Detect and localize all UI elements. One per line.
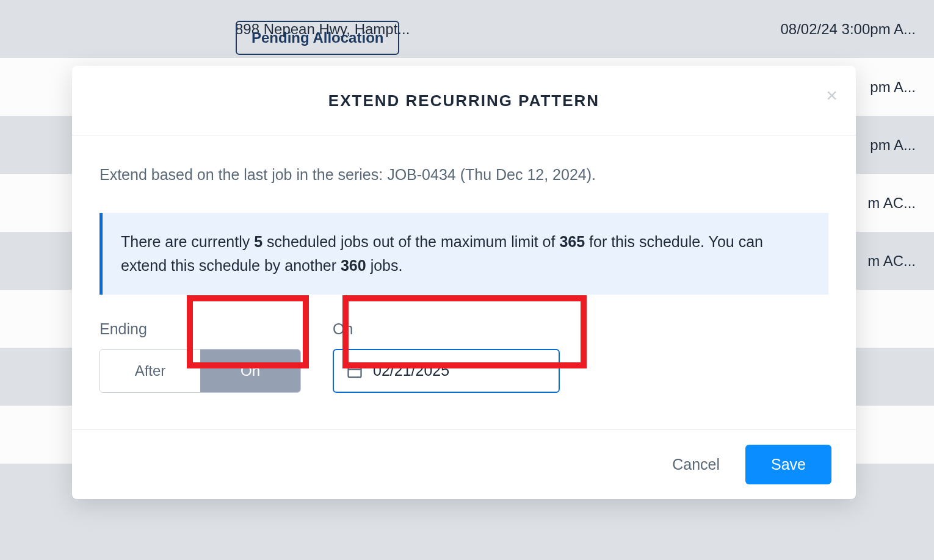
modal-header: EXTEND RECURRING PATTERN ×	[72, 66, 856, 135]
cancel-button[interactable]: Cancel	[672, 456, 720, 473]
on-label: On	[333, 320, 560, 338]
info-count: 5	[254, 233, 262, 250]
info-box: There are currently 5 scheduled jobs out…	[100, 213, 828, 295]
modal-footer: Cancel Save	[72, 429, 856, 499]
info-extra: 360	[341, 257, 366, 274]
extend-recurring-modal: EXTEND RECURRING PATTERN × Extend based …	[72, 66, 856, 499]
modal-body: Extend based on the last job in the seri…	[72, 135, 856, 429]
close-icon: ×	[826, 84, 838, 106]
ending-after-button[interactable]: After	[100, 350, 200, 392]
status-badge[interactable]: Pending Allocation	[236, 21, 399, 55]
modal-title: EXTEND RECURRING PATTERN	[328, 92, 599, 110]
on-control: On	[333, 320, 560, 393]
info-text-mid: scheduled jobs out of the maximum limit …	[262, 233, 559, 250]
info-max: 365	[559, 233, 585, 250]
ending-on-button[interactable]: On	[200, 350, 300, 392]
time-cell: 08/02/24 3:00pm A...	[726, 21, 916, 38]
date-input-wrapper[interactable]	[333, 349, 560, 393]
svg-rect-0	[349, 365, 361, 377]
controls-row: Ending After On On	[100, 320, 828, 393]
info-text-pre: There are currently	[121, 233, 254, 250]
intro-text: Extend based on the last job in the seri…	[100, 166, 828, 184]
info-text-post: jobs.	[366, 257, 403, 274]
close-button[interactable]: ×	[826, 85, 838, 105]
ending-toggle: After On	[100, 349, 301, 393]
save-button[interactable]: Save	[745, 445, 831, 484]
date-input[interactable]	[373, 362, 546, 379]
calendar-icon	[346, 362, 363, 379]
ending-label: Ending	[100, 320, 301, 338]
ending-control: Ending After On	[100, 320, 301, 393]
table-row[interactable]: 898 Nepean Hwy, Hampt... 08/02/24 3:00pm…	[0, 0, 934, 58]
